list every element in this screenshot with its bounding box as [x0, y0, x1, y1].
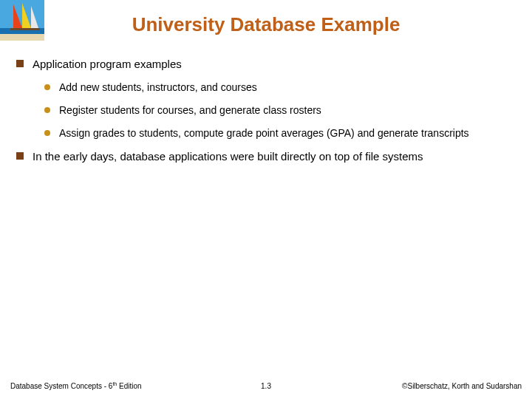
sub-bullet-item: Register students for courses, and gener…	[44, 103, 517, 117]
footer-left: Database System Concepts - 6th Edition	[10, 381, 181, 390]
dot-bullet-icon	[44, 130, 50, 136]
sub-bullet-list: Add new students, instructors, and cours…	[16, 81, 517, 140]
footer-copyright: ©Silberschatz, Korth and Sudarshan	[351, 382, 522, 390]
sub-bullet-text: Register students for courses, and gener…	[59, 103, 517, 117]
sub-bullet-item: Add new students, instructors, and cours…	[44, 81, 517, 95]
book-logo	[0, 0, 44, 41]
dot-bullet-icon	[44, 84, 50, 90]
bullet-text: In the early days, database applications…	[33, 149, 517, 164]
footer-page-number: 1.3	[181, 382, 352, 390]
footer-left-suffix: Edition	[117, 382, 141, 390]
slide-footer: Database System Concepts - 6th Edition 1…	[0, 381, 532, 390]
bullet-text: Application program examples	[33, 57, 517, 72]
bullet-item: Application program examples	[16, 57, 517, 72]
sub-bullet-item: Assign grades to students, compute grade…	[44, 126, 517, 140]
svg-rect-2	[0, 34, 44, 41]
square-bullet-icon	[16, 60, 24, 67]
dot-bullet-icon	[44, 107, 50, 113]
sub-bullet-text: Assign grades to students, compute grade…	[59, 126, 517, 140]
footer-left-prefix: Database System Concepts - 6	[10, 382, 112, 390]
svg-rect-6	[10, 28, 40, 30]
sub-bullet-text: Add new students, instructors, and cours…	[59, 81, 517, 95]
bullet-item: In the early days, database applications…	[16, 149, 517, 164]
slide-title: University Database Example	[0, 0, 532, 57]
square-bullet-icon	[16, 152, 24, 160]
slide-content: Application program examples Add new stu…	[0, 57, 532, 164]
